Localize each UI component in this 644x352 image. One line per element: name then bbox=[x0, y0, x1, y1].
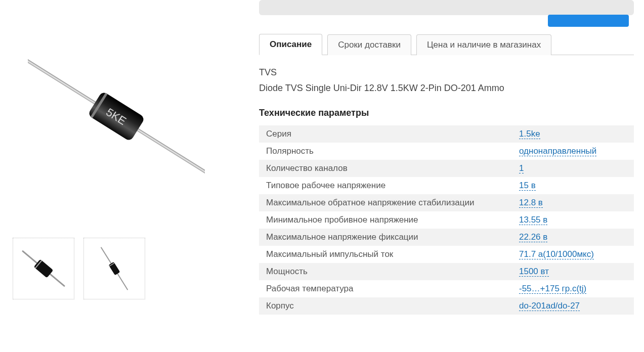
param-row: Типовое рабочее напряжение15 в bbox=[259, 177, 634, 194]
param-value-link[interactable]: 12.8 в bbox=[519, 198, 543, 208]
param-row: Минимальное пробивное напряжение13.55 в bbox=[259, 211, 634, 229]
param-name: Максимальное обратное напряжение стабили… bbox=[259, 194, 512, 211]
diode-icon bbox=[18, 243, 69, 294]
param-value-link[interactable]: 1.5ke bbox=[519, 129, 540, 139]
param-row: Максимальное напряжение фиксации22.26 в bbox=[259, 229, 634, 246]
tab-bar: Описание Сроки доставки Цена и наличие в… bbox=[259, 33, 634, 55]
product-gallery: 5KE bbox=[0, 0, 243, 315]
param-value-link[interactable]: 15 в bbox=[519, 181, 536, 191]
param-value-cell: однонаправленный bbox=[512, 143, 634, 160]
param-value-link[interactable]: 13.55 в bbox=[519, 215, 547, 225]
param-name: Типовое рабочее напряжение bbox=[259, 177, 512, 194]
param-value-link[interactable]: 1500 вт bbox=[519, 267, 549, 277]
param-row: Количество каналов1 bbox=[259, 160, 634, 177]
thumbnail-2[interactable] bbox=[83, 238, 145, 299]
thumbnail-1[interactable] bbox=[13, 238, 74, 299]
action-bar bbox=[259, 0, 634, 15]
param-name: Количество каналов bbox=[259, 160, 512, 177]
param-value-link[interactable]: 71.7 а(10/1000мкс) bbox=[519, 249, 594, 259]
param-value-cell: 22.26 в bbox=[512, 229, 634, 246]
params-heading: Технические параметры bbox=[259, 108, 634, 118]
param-value-link[interactable]: однонаправленный bbox=[519, 146, 596, 156]
param-value-cell: 71.7 а(10/1000мкс) bbox=[512, 246, 634, 263]
param-value-cell: 15 в bbox=[512, 177, 634, 194]
param-name: Серия bbox=[259, 125, 512, 143]
diode-icon bbox=[89, 243, 140, 294]
param-row: Корпусdo-201ad/do-27 bbox=[259, 297, 634, 315]
product-details: Описание Сроки доставки Цена и наличие в… bbox=[243, 0, 644, 315]
param-value-cell: 1 bbox=[512, 160, 634, 177]
param-value-cell: -55…+175 гр.c(tj) bbox=[512, 280, 634, 297]
param-row: Серия1.5ke bbox=[259, 125, 634, 143]
product-main-image[interactable]: 5KE bbox=[10, 0, 223, 233]
param-value-cell: 13.55 в bbox=[512, 211, 634, 229]
param-row: Максимальное обратное напряжение стабили… bbox=[259, 194, 634, 211]
tab-description[interactable]: Описание bbox=[259, 34, 322, 55]
diode-icon: 5KE bbox=[28, 3, 205, 230]
param-name: Рабочая температура bbox=[259, 280, 512, 297]
param-row: Мощность1500 вт bbox=[259, 263, 634, 280]
param-value-link[interactable]: -55…+175 гр.c(tj) bbox=[519, 284, 586, 294]
param-value-cell: 1500 вт bbox=[512, 263, 634, 280]
params-table: Серия1.5keПолярностьоднонаправленныйКоли… bbox=[259, 125, 634, 315]
param-value-link[interactable]: 1 bbox=[519, 163, 524, 173]
param-name: Корпус bbox=[259, 297, 512, 315]
description-text: Diode TVS Single Uni-Dir 12.8V 1.5KW 2-P… bbox=[259, 83, 634, 94]
param-row: Полярностьоднонаправленный bbox=[259, 143, 634, 160]
param-name: Максимальный импульсный ток bbox=[259, 246, 512, 263]
tab-price-stock[interactable]: Цена и наличие в магазинах bbox=[416, 34, 551, 55]
param-value-link[interactable]: do-201ad/do-27 bbox=[519, 301, 580, 311]
param-value-cell: 1.5ke bbox=[512, 125, 634, 143]
thumbnail-row bbox=[13, 238, 233, 299]
param-value-cell: 12.8 в bbox=[512, 194, 634, 211]
param-value-cell: do-201ad/do-27 bbox=[512, 297, 634, 315]
param-name: Мощность bbox=[259, 263, 512, 280]
param-value-link[interactable]: 22.26 в bbox=[519, 232, 547, 242]
tab-delivery[interactable]: Сроки доставки bbox=[327, 34, 411, 55]
param-name: Минимальное пробивное напряжение bbox=[259, 211, 512, 229]
param-row: Максимальный импульсный ток71.7 а(10/100… bbox=[259, 246, 634, 263]
param-name: Полярность bbox=[259, 143, 512, 160]
svg-rect-8 bbox=[109, 262, 120, 276]
param-name: Максимальное напряжение фиксации bbox=[259, 229, 512, 246]
param-row: Рабочая температура-55…+175 гр.c(tj) bbox=[259, 280, 634, 297]
description-category: TVS bbox=[259, 67, 634, 78]
primary-action-button[interactable] bbox=[548, 15, 629, 27]
